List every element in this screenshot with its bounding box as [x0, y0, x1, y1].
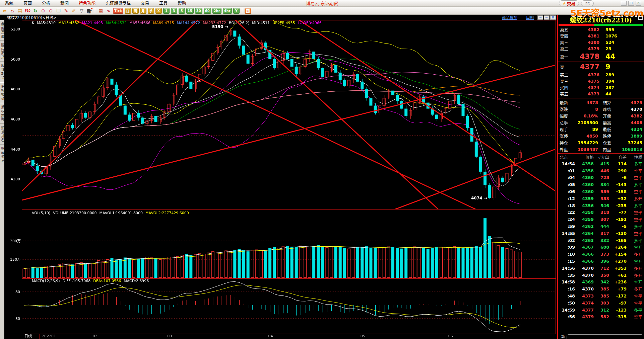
tick-row: :024363332-165多平 — [558, 237, 644, 244]
bid-row[interactable]: 买四4374237 — [558, 84, 644, 91]
indicator-value: LOWER:4066 — [298, 21, 322, 25]
sidebar-top-box — [0, 15, 4, 20]
period-button-60[interactable]: 60 — [204, 8, 211, 14]
maximize-button[interactable]: □ — [628, 1, 634, 6]
sidebar-tab-财闻资讯[interactable]: 财闻资讯 — [0, 145, 4, 165]
period-button-Y[interactable]: Y — [233, 8, 240, 14]
tick-row: :014358446-290空平 — [558, 167, 644, 174]
minimize-button[interactable]: ─ — [621, 1, 627, 6]
tick-col-header: 仓差 — [609, 154, 627, 160]
indicator-value: MA144:4572 — [177, 21, 200, 25]
new-feature-icon[interactable]: 新 — [86, 8, 92, 14]
sidebar-tab-期权策略[interactable]: 期权策略 — [0, 103, 4, 124]
indicator-value: MACD:2.6996 — [124, 279, 149, 283]
toolbar: ⇦⌂▤F10↻⊕⊖❐✎✐▽新▦∿Tick日周月季X1351530602hr4hr… — [0, 7, 644, 15]
ask-row[interactable]: 卖二437923 — [558, 46, 644, 52]
period-button-2hr[interactable]: 2hr — [212, 8, 221, 14]
period-button-周[interactable]: 周 — [132, 8, 139, 14]
menu-item-页面[interactable]: 页面 — [18, 0, 37, 7]
period-button-1[interactable]: 1 — [163, 8, 170, 14]
tick-row: :054360334-143多平 — [558, 181, 644, 188]
toolbar-separator — [242, 8, 242, 13]
ask-row[interactable]: 卖一437844 — [558, 52, 644, 61]
indicator-value: VOL(5,10) — [32, 211, 50, 215]
quote-table-icon[interactable]: ▦ — [98, 8, 104, 14]
overlay-icon[interactable]: ❐ — [55, 8, 62, 14]
period-button-月[interactable]: 月 — [140, 8, 146, 14]
pane-forward-button[interactable]: ⇨ — [544, 15, 550, 20]
sidebar-tab-期权报价[interactable]: 期权报价 — [0, 82, 4, 103]
pane-back-button[interactable]: ⇦ — [537, 15, 543, 20]
tick-table: 14:544358415-114多平:014358446-290空平:04436… — [558, 160, 644, 320]
page-icon[interactable]: ▤ — [17, 8, 23, 14]
menu-item-系统[interactable]: 系统 — [0, 0, 18, 7]
contract-title-label: 螺纹2210(rb2210) — [570, 15, 632, 24]
menu-item-帮助[interactable]: 帮助 — [173, 0, 191, 7]
sell-ratio-segment — [559, 24, 594, 26]
menu-item-交易[interactable]: 交易 — [136, 0, 154, 7]
menu-item-工具[interactable]: 工具 — [154, 0, 173, 7]
bid-row[interactable]: 买一43779 — [558, 62, 644, 72]
zoom-in-icon[interactable]: ⊕ — [40, 8, 46, 14]
pane-split-button[interactable]: ⊟ — [550, 15, 556, 20]
indicator-value: UPPER:4955 — [272, 21, 295, 25]
bid-row[interactable]: 买二4376289 — [558, 72, 644, 78]
menu-item-特色功能[interactable]: 特色功能 — [74, 0, 101, 7]
panel-maximize-icon[interactable] — [638, 16, 643, 20]
period-button-X[interactable]: X — [155, 8, 162, 14]
draw-panel-button[interactable]: 画 — [245, 8, 251, 14]
kline-chart-canvas[interactable] — [4, 15, 557, 339]
sidebar-tab-股指期货[interactable]: 股指期货 — [0, 62, 4, 82]
refresh-icon[interactable]: ↻ — [32, 8, 39, 14]
trade-button[interactable]: ⚡ 交易 — [559, 0, 579, 6]
menu-item-新闻[interactable]: 新闻 — [55, 0, 74, 7]
chart-title: 螺纹2210(010610)<日线> — [7, 15, 56, 20]
paint-icon[interactable]: ✐ — [71, 8, 77, 14]
tab-bi[interactable]: 笔 — [558, 334, 567, 339]
tick-row: :594362444-5多平 — [558, 223, 644, 230]
ask-row[interactable]: 卖四43811076 — [558, 33, 644, 39]
message-button[interactable] — [581, 0, 594, 6]
period-link[interactable]: 周期 — [526, 15, 534, 20]
period-button-日[interactable]: 日 — [125, 8, 131, 14]
period-button-15[interactable]: 15 — [186, 8, 194, 14]
tick-row: :564379582-315空平 — [558, 314, 644, 321]
bid-row[interactable]: 买五437344 — [558, 91, 644, 97]
indicator-value: MA21:4493 — [82, 21, 103, 25]
volume-indicator-header: VOL(5,10)VOLUME:2103300.0000MAVOL1:19640… — [32, 211, 192, 215]
draw-pencil-icon[interactable]: ✎ — [63, 8, 69, 14]
sidebar-tab-我的页面[interactable]: 我的页面 — [0, 20, 4, 41]
zoom-out-icon[interactable]: ⊖ — [48, 8, 54, 14]
period-button-Tick[interactable]: Tick — [113, 8, 123, 14]
indicator-value: DIFF:-105.7068 — [63, 279, 91, 283]
tick-row: :094367688+264空开 — [558, 244, 644, 251]
period-button-3[interactable]: 3 — [171, 8, 177, 14]
footer-box — [567, 334, 644, 339]
buy-ratio-segment — [594, 24, 643, 26]
period-button-4hr[interactable]: 4hr — [223, 8, 232, 14]
f10-info-icon[interactable]: F10 — [24, 8, 31, 14]
chart-icon[interactable]: ∿ — [105, 8, 112, 14]
ask-row[interactable]: 卖五4382399 — [558, 26, 644, 33]
sidebar-tab-热点排名[interactable]: 热点排名 — [0, 124, 4, 145]
filter-icon[interactable]: ▽ — [78, 8, 85, 14]
tick-col-header[interactable]: √大单 — [594, 154, 609, 160]
indicator-value: MA34:4532 — [106, 21, 127, 25]
period-button-季[interactable]: 季 — [148, 8, 154, 14]
bid-row[interactable]: 买三4375394 — [558, 78, 644, 84]
stat-row: 涨跌8昨结4370 — [558, 106, 644, 112]
menu-item-东证期货专栏[interactable]: 东证期货专栏 — [101, 0, 136, 7]
back-icon[interactable]: ⇦ — [1, 8, 8, 14]
menu-bar: 系统页面分析新闻特色功能东证期货专栏交易工具帮助 博易云-东证期货 ⚡ 交易 ─… — [0, 0, 644, 7]
close-button[interactable]: ✕ — [636, 1, 641, 6]
home-icon[interactable]: ⌂ — [9, 8, 15, 14]
ask-row[interactable]: 卖三4380524 — [558, 39, 644, 46]
sidebar-tab-国内期货[interactable]: 国内期货 — [0, 41, 4, 62]
tick-table-header: 北京价格√大单仓差性质 — [558, 154, 644, 160]
overlay-link[interactable]: 商品叠加 — [502, 15, 517, 20]
stat-row: 持仓1954729仓差37245 — [558, 139, 644, 146]
menu-item-分析[interactable]: 分析 — [37, 0, 55, 7]
period-button-5[interactable]: 5 — [179, 8, 185, 14]
new-dot-icon — [91, 8, 92, 9]
period-button-30[interactable]: 30 — [195, 8, 202, 14]
